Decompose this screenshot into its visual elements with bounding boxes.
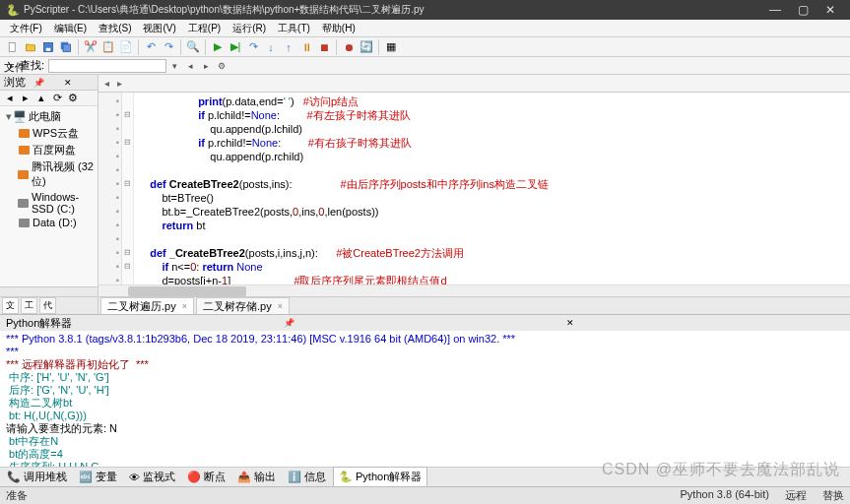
tab-close-icon[interactable]: ×: [278, 301, 283, 311]
nav-fwd-button[interactable]: ▸: [19, 92, 33, 105]
panel-tab-icon: ℹ️: [288, 471, 301, 483]
nav-prev-button[interactable]: ◂: [100, 78, 113, 89]
bottom-panel-tabs: 📞调用堆栈🔤变量👁监视式🔴断点📤输出ℹ️信息🐍Python解释器: [0, 467, 850, 486]
file-tree[interactable]: ▾ 🖥️ 此电脑 WPS云盘百度网盘腾讯视频 (32 位)Windows-SSD…: [0, 106, 98, 286]
filter-button[interactable]: ⚙: [66, 92, 80, 105]
code-editor[interactable]: ••••••••••••••••••••• ⊟⊟⊟⊟⊟ print(p.data…: [98, 93, 850, 284]
svg-rect-7: [18, 170, 29, 179]
find-dropdown-icon[interactable]: ▾: [167, 59, 181, 73]
window-titlebar: 🐍 PyScripter - C:\Users\典培通\Desktop\pyth…: [0, 0, 850, 20]
panel-tab[interactable]: 👁监视式: [124, 468, 180, 486]
scrollbar-thumb[interactable]: [128, 286, 246, 296]
tree-item[interactable]: WPS云盘: [2, 125, 96, 142]
close-button[interactable]: ✕: [817, 3, 844, 17]
horizontal-scrollbar[interactable]: [98, 284, 850, 296]
separator: [205, 39, 206, 55]
debug-button[interactable]: ▶|: [228, 39, 243, 55]
menu-item[interactable]: 编辑(E): [48, 22, 93, 35]
status-item: 远程: [785, 488, 807, 503]
tree-item-label: 腾讯视频 (32 位): [32, 159, 96, 189]
code-content[interactable]: print(p.data,end=' ') #访问p结点 if p.lchild…: [134, 93, 553, 284]
menu-item[interactable]: 视图(V): [137, 22, 181, 35]
sidebar-tab[interactable]: 代: [39, 297, 56, 314]
menu-item[interactable]: 工程(P): [182, 22, 227, 35]
find-prev-button[interactable]: ◂: [183, 59, 197, 73]
panel-tab[interactable]: 📤输出: [232, 468, 281, 486]
minimize-button[interactable]: —: [761, 3, 789, 17]
run-button[interactable]: ▶: [210, 39, 226, 55]
copy-button[interactable]: 📋: [100, 39, 116, 55]
tree-root-label: 此电脑: [29, 109, 61, 124]
panel-tab[interactable]: ℹ️信息: [283, 468, 331, 486]
pause-button[interactable]: ⏸: [298, 39, 314, 55]
sidebar-tab[interactable]: 工: [21, 297, 37, 314]
tree-item[interactable]: Windows-SSD (C:): [2, 190, 96, 216]
menu-bar: 文件(F)编辑(E)查找(S)视图(V)工程(P)运行(R)工具(T)帮助(H): [0, 20, 850, 37]
redo-button[interactable]: ↷: [161, 39, 176, 55]
tree-item[interactable]: Data (D:): [2, 216, 96, 229]
drive-icon: [18, 198, 29, 208]
refresh-button[interactable]: ⟳: [50, 92, 64, 105]
tab-label: 二叉树遍历.py: [107, 299, 176, 314]
step-out-button[interactable]: ↑: [281, 39, 296, 55]
panel-tab[interactable]: 🐍Python解释器: [333, 467, 427, 487]
paste-button[interactable]: 📄: [118, 39, 134, 55]
interpreter-output[interactable]: *** Python 3.8.1 (tags/v3.8.1:1b293b6, D…: [0, 331, 850, 467]
menu-item[interactable]: 查找(S): [93, 22, 137, 35]
reload-button[interactable]: 🔄: [359, 39, 374, 55]
drive-icon: [18, 129, 30, 139]
sidebar-header: 文件浏览器 📌 ✕: [0, 75, 98, 91]
save-button[interactable]: [40, 39, 56, 55]
undo-button[interactable]: ↶: [143, 39, 159, 55]
find-input[interactable]: [48, 59, 166, 73]
editor-tabs: 二叉树遍历.py×二叉树存储.py×: [98, 296, 850, 314]
tree-item[interactable]: 腾讯视频 (32 位): [2, 158, 96, 190]
menu-item[interactable]: 运行(R): [227, 22, 272, 35]
tree-item-label: Data (D:): [33, 217, 77, 228]
step-over-button[interactable]: ↷: [245, 39, 261, 55]
window-title: PyScripter - C:\Users\典培通\Desktop\python…: [24, 3, 761, 17]
nav-up-button[interactable]: ▴: [34, 92, 48, 105]
panel-tab-icon: 👁: [129, 472, 140, 483]
panel-close-icon[interactable]: ✕: [566, 318, 844, 328]
tree-item-label: 百度网盘: [33, 143, 76, 158]
panel-tab[interactable]: 🔤变量: [74, 468, 122, 486]
layout-button[interactable]: ▦: [383, 39, 399, 55]
menu-item[interactable]: 工具(T): [272, 22, 316, 35]
save-all-button[interactable]: [58, 39, 74, 55]
panel-pin-icon[interactable]: 📌: [284, 318, 561, 328]
nav-next-button[interactable]: ▸: [113, 78, 126, 89]
tree-item[interactable]: 百度网盘: [2, 142, 96, 158]
tree-root[interactable]: ▾ 🖥️ 此电脑: [2, 108, 96, 125]
panel-tab-label: 变量: [96, 470, 117, 484]
editor-tab[interactable]: 二叉树遍历.py×: [100, 297, 194, 315]
drive-icon: [18, 169, 29, 179]
find-next-button[interactable]: ▸: [199, 59, 213, 73]
computer-icon: 🖥️: [14, 112, 26, 122]
nav-back-button[interactable]: ◂: [3, 92, 17, 105]
editor-tab[interactable]: 二叉树存储.py×: [196, 297, 290, 315]
menu-item[interactable]: 文件(F): [4, 22, 48, 35]
open-file-button[interactable]: [23, 39, 38, 55]
panel-tab-label: 监视式: [143, 470, 175, 484]
cut-button[interactable]: ✂️: [83, 39, 98, 55]
pin-icon[interactable]: 📌: [33, 78, 63, 88]
find-button[interactable]: 🔍: [185, 39, 201, 55]
panel-tab[interactable]: 🔴断点: [182, 468, 230, 486]
maximize-button[interactable]: ▢: [789, 3, 817, 17]
tab-close-icon[interactable]: ×: [182, 301, 187, 311]
record-button[interactable]: ⏺: [341, 39, 357, 55]
new-file-button[interactable]: [5, 39, 21, 55]
stop-button[interactable]: ⏹: [316, 39, 332, 55]
find-options-button[interactable]: ⚙: [215, 59, 229, 73]
menu-item[interactable]: 帮助(H): [316, 22, 361, 35]
step-into-button[interactable]: ↓: [263, 39, 279, 55]
tree-item-label: Windows-SSD (C:): [32, 191, 96, 215]
panel-tab[interactable]: 📞调用堆栈: [2, 468, 72, 486]
fold-gutter[interactable]: ⊟⊟⊟⊟⊟: [122, 93, 134, 284]
panel-tab-label: 信息: [304, 470, 326, 484]
sidebar-tab[interactable]: 文: [2, 297, 19, 314]
sidebar-close-icon[interactable]: ✕: [64, 78, 94, 88]
interpreter-panel: Python解释器 📌 ✕ *** Python 3.8.1 (tags/v3.…: [0, 314, 850, 486]
find-bar: ▸ 查找: ▾ ◂ ▸ ⚙: [0, 57, 850, 75]
